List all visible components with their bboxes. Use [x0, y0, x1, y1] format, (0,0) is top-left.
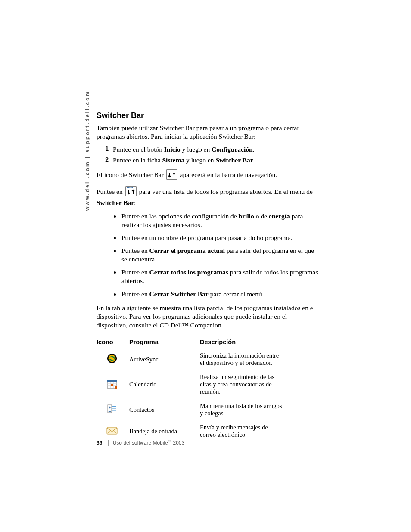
- bold-text: Cerrar Switcher Bar: [149, 290, 209, 298]
- svg-point-15: [109, 407, 110, 408]
- section-heading: Switcher Bar: [97, 111, 319, 120]
- text-fragment: Puntee en: [121, 268, 149, 276]
- svg-rect-18: [112, 410, 116, 411]
- text-fragment: Puntee en: [121, 290, 149, 298]
- table-row: Calendario Realiza un seguimiento de las…: [97, 370, 286, 399]
- program-desc: Sincroniza la información entre el dispo…: [200, 348, 286, 370]
- text-fragment: Puntee en el botón: [113, 146, 164, 153]
- text-fragment: :: [134, 199, 136, 206]
- col-header-desc: Descripción: [200, 336, 286, 348]
- text-fragment: Puntee en: [97, 188, 125, 195]
- footer-separator: [108, 440, 109, 446]
- text-fragment: y luego en: [181, 146, 212, 153]
- bold-text: Cerrar el programa actual: [149, 247, 225, 254]
- page-number: 36: [97, 440, 102, 446]
- page-footer: 36 Uso del software Mobile™ 2003: [97, 439, 184, 446]
- program-desc: Mantiene una lista de los amigos y coleg…: [200, 399, 286, 420]
- step-number: 2: [97, 156, 113, 165]
- col-header-icon: Icono: [97, 336, 129, 348]
- tap-line: Puntee en para ver una lista de todos lo…: [97, 186, 319, 207]
- footer-text: 2003: [171, 440, 184, 446]
- trademark-symbol: ™: [168, 439, 171, 443]
- table-row: ActiveSync Sincroniza la información ent…: [97, 348, 286, 370]
- programs-table: Icono Programa Descripción Act: [97, 336, 286, 442]
- text-fragment: Puntee en: [121, 247, 149, 254]
- list-item: Puntee en las opciones de configuración …: [121, 212, 319, 229]
- program-name: Contactos: [129, 399, 200, 420]
- program-name: ActiveSync: [129, 348, 200, 370]
- list-item: Puntee en un nombre de programa para pas…: [121, 233, 319, 242]
- text-fragment: Puntee en las opciones de configuración …: [121, 212, 239, 220]
- text-fragment: .: [253, 146, 255, 153]
- program-desc: Envía y recibe mensajes de correo electr…: [200, 420, 286, 442]
- bullet-list: Puntee en las opciones de configuración …: [97, 212, 319, 299]
- activesync-icon: [97, 348, 129, 370]
- text-fragment: El icono de Switcher Bar: [97, 171, 165, 178]
- switcher-bar-icon: [125, 186, 137, 199]
- bold-text: brillo: [239, 212, 254, 220]
- table-intro-paragraph: En la tabla siguiente se muestra una lis…: [97, 304, 319, 330]
- contacts-icon: [97, 399, 129, 420]
- footer-text: Uso del software Mobile: [113, 440, 168, 446]
- step-text: Puntee en el botón Inicio y luego en Con…: [113, 145, 319, 154]
- table-header-row: Icono Programa Descripción: [97, 336, 286, 348]
- svg-rect-16: [112, 406, 116, 407]
- text-fragment: Puntee en un nombre de programa para pas…: [121, 234, 292, 241]
- table-row: Contactos Mantiene una lista de los amig…: [97, 399, 286, 420]
- bold-text: Switcher Bar: [215, 156, 253, 164]
- icon-appears-line: El icono de Switcher Bar aparecerá en la…: [97, 169, 319, 182]
- switcher-bar-icon: [166, 169, 177, 182]
- list-item: Puntee en Cerrar Switcher Bar para cerra…: [121, 290, 319, 299]
- text-fragment: .: [253, 156, 255, 164]
- text-fragment: aparecerá en la barra de navegación.: [180, 171, 277, 178]
- svg-rect-12: [111, 384, 113, 386]
- text-fragment: para ver una lista de todos los programa…: [139, 188, 312, 195]
- program-name: Calendario: [129, 370, 200, 399]
- bold-text: Configuración: [212, 146, 253, 153]
- bold-text: Sistema: [162, 156, 184, 164]
- main-content: Switcher Bar También puede utilizar Swit…: [97, 111, 319, 442]
- text-fragment: y luego en: [184, 156, 215, 164]
- side-url-label: www.dell.com | support.dell.com: [84, 90, 90, 211]
- bold-text: Cerrar todos los programas: [149, 268, 228, 276]
- document-page: www.dell.com | support.dell.com Switcher…: [0, 0, 411, 532]
- step-text: Puntee en la ficha Sistema y luego en Sw…: [113, 156, 319, 165]
- bold-text: energía: [269, 212, 290, 220]
- step-row: 2 Puntee en la ficha Sistema y luego en …: [97, 156, 319, 165]
- list-item: Puntee en Cerrar el programa actual para…: [121, 246, 319, 264]
- calendar-icon: [97, 370, 129, 399]
- bold-text: Switcher Bar: [97, 199, 134, 206]
- svg-rect-13: [115, 386, 117, 389]
- text-fragment: para cerrar el menú.: [209, 290, 264, 298]
- step-row: 1 Puntee en el botón Inicio y luego en C…: [97, 145, 319, 154]
- text-fragment: o de: [254, 212, 269, 220]
- svg-rect-19: [107, 427, 117, 434]
- list-item: Puntee en Cerrar todos los programas par…: [121, 268, 319, 285]
- step-number: 1: [97, 145, 113, 154]
- program-desc: Realiza un seguimiento de las citas y cr…: [200, 370, 286, 399]
- bold-text: Inicio: [164, 146, 181, 153]
- svg-rect-7: [107, 380, 117, 382]
- text-fragment: Puntee en la ficha: [113, 156, 162, 164]
- col-header-program: Programa: [129, 336, 200, 348]
- numbered-steps: 1 Puntee en el botón Inicio y luego en C…: [97, 145, 319, 165]
- intro-paragraph: También puede utilizar Switcher Bar para…: [97, 124, 319, 141]
- svg-rect-17: [112, 408, 116, 409]
